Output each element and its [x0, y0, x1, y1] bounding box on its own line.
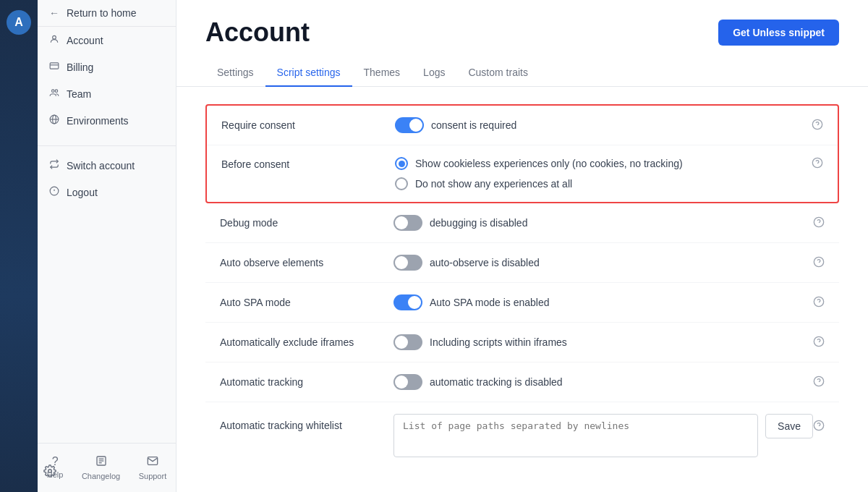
- exclude-iframes-text: Including scripts within iframes: [430, 336, 567, 348]
- get-snippet-button[interactable]: Get Unless snippet: [718, 20, 839, 46]
- tab-script-settings[interactable]: Script settings: [265, 59, 352, 87]
- changelog-label: Changelog: [82, 472, 120, 480]
- tracking-whitelist-control: Save: [393, 414, 813, 457]
- return-home-label: Return to home: [67, 7, 137, 19]
- support-label: Support: [139, 472, 167, 480]
- require-consent-help-icon[interactable]: [812, 119, 823, 132]
- auto-observe-text: auto-observe is disabled: [430, 257, 540, 268]
- tracking-whitelist-row: Automatic tracking whitelist Save: [205, 402, 839, 469]
- auto-spa-label: Auto SPA mode: [220, 297, 393, 308]
- tab-logs[interactable]: Logs: [412, 59, 456, 87]
- auto-spa-toggle[interactable]: [393, 294, 422, 310]
- sidebar: ← Return to home Account Billing Team: [38, 0, 176, 492]
- billing-icon: [49, 61, 59, 73]
- settings-content: Require consent consent is required Befo…: [176, 87, 868, 492]
- main-header: Account Get Unless snippet: [176, 0, 868, 59]
- app-logo[interactable]: A: [7, 10, 31, 35]
- support-icon: [147, 455, 158, 470]
- before-consent-control: Show cookieless experiences only (no coo…: [395, 157, 812, 190]
- environments-icon: [49, 114, 59, 127]
- svg-point-4: [55, 90, 58, 93]
- sidebar-switch-account[interactable]: Switch account: [38, 152, 176, 179]
- require-consent-label: Require consent: [221, 119, 395, 131]
- auto-observe-label: Auto observe elements: [220, 257, 393, 268]
- sidebar-environments-label: Environments: [67, 115, 129, 127]
- auto-observe-row: Auto observe elements auto-observe is di…: [205, 243, 839, 283]
- consent-section: Require consent consent is required Befo…: [205, 104, 839, 203]
- exclude-iframes-toggle[interactable]: [393, 334, 422, 350]
- tab-custom-traits[interactable]: Custom traits: [456, 59, 539, 87]
- exclude-iframes-row: Automatically exclude iframes Including …: [205, 323, 839, 362]
- exclude-iframes-label: Automatically exclude iframes: [220, 336, 393, 348]
- sidebar-item-environments[interactable]: Environments: [38, 107, 176, 134]
- auto-observe-control: auto-observe is disabled: [393, 255, 813, 271]
- auto-spa-help-icon[interactable]: [813, 296, 825, 310]
- svg-point-0: [53, 35, 56, 39]
- tabs-bar: Settings Script settings Themes Logs Cus…: [176, 59, 868, 87]
- auto-spa-control: Auto SPA mode is enabled: [393, 294, 813, 310]
- sidebar-logout[interactable]: Logout: [38, 179, 176, 205]
- debug-mode-text: debugging is disabled: [430, 217, 527, 229]
- debug-mode-label: Debug mode: [220, 217, 393, 229]
- auto-spa-text: Auto SPA mode is enabled: [430, 297, 550, 308]
- svg-point-3: [52, 90, 55, 93]
- account-icon: [49, 34, 59, 46]
- sidebar-return-home[interactable]: ← Return to home: [38, 0, 176, 27]
- sidebar-item-team[interactable]: Team: [38, 80, 176, 107]
- icon-rail: A: [0, 0, 38, 492]
- svg-rect-1: [50, 63, 59, 69]
- radio-cookieless-circle[interactable]: [395, 157, 408, 170]
- sidebar-nav: ← Return to home Account Billing Team: [38, 0, 176, 443]
- radio-no-experiences[interactable]: Do not show any experiences at all: [395, 177, 812, 190]
- require-consent-toggle[interactable]: [395, 117, 424, 133]
- tab-themes[interactable]: Themes: [352, 59, 412, 87]
- auto-observe-toggle[interactable]: [393, 255, 422, 271]
- page-title: Account: [205, 17, 310, 48]
- normal-settings: Debug mode debugging is disabled Auto ob…: [205, 203, 839, 469]
- auto-spa-row: Auto SPA mode Auto SPA mode is enabled: [205, 283, 839, 323]
- before-consent-help-icon[interactable]: [812, 157, 823, 171]
- radio-no-experiences-circle[interactable]: [395, 177, 408, 190]
- svg-point-14: [48, 470, 52, 473]
- auto-observe-help-icon[interactable]: [813, 256, 825, 270]
- tracking-whitelist-label: Automatic tracking whitelist: [220, 414, 393, 431]
- sidebar-footer: ? Help Changelog Support: [38, 443, 176, 492]
- settings-cog[interactable]: [43, 465, 56, 480]
- auto-tracking-toggle[interactable]: [393, 374, 422, 390]
- tracking-whitelist-help-icon[interactable]: [813, 414, 825, 433]
- sidebar-item-billing[interactable]: Billing: [38, 54, 176, 80]
- radio-cookieless[interactable]: Show cookieless experiences only (no coo…: [395, 157, 812, 170]
- radio-cookieless-label: Show cookieless experiences only (no coo…: [415, 158, 683, 169]
- sidebar-billing-label: Billing: [67, 62, 93, 73]
- debug-mode-row: Debug mode debugging is disabled: [205, 203, 839, 243]
- logout-label: Logout: [67, 187, 98, 198]
- team-icon: [49, 88, 59, 100]
- before-consent-row: Before consent Show cookieless experienc…: [207, 145, 838, 202]
- debug-mode-help-icon[interactable]: [813, 216, 825, 230]
- sidebar-support[interactable]: Support: [132, 449, 174, 486]
- save-whitelist-button[interactable]: Save: [765, 414, 813, 438]
- auto-tracking-text: automatic tracking is disabled: [430, 376, 563, 388]
- switch-account-icon: [49, 159, 59, 171]
- debug-mode-control: debugging is disabled: [393, 215, 813, 231]
- sidebar-changelog[interactable]: Changelog: [75, 449, 127, 486]
- tracking-whitelist-textarea[interactable]: [393, 414, 758, 457]
- changelog-icon: [95, 455, 107, 470]
- exclude-iframes-control: Including scripts within iframes: [393, 334, 813, 350]
- auto-tracking-row: Automatic tracking automatic tracking is…: [205, 362, 839, 402]
- tab-settings[interactable]: Settings: [205, 59, 265, 87]
- require-consent-text: consent is required: [431, 119, 516, 131]
- require-consent-control: consent is required: [395, 117, 812, 133]
- auto-tracking-label: Automatic tracking: [220, 376, 393, 388]
- before-consent-label: Before consent: [221, 157, 395, 170]
- exclude-iframes-help-icon[interactable]: [813, 336, 825, 349]
- auto-tracking-help-icon[interactable]: [813, 376, 825, 389]
- switch-account-label: Switch account: [67, 160, 135, 171]
- arrow-left-icon: ←: [49, 7, 59, 19]
- sidebar-team-label: Team: [67, 88, 91, 100]
- sidebar-item-account[interactable]: Account: [38, 27, 176, 54]
- logout-icon: [49, 186, 59, 198]
- radio-no-experiences-label: Do not show any experiences at all: [415, 178, 572, 190]
- auto-tracking-control: automatic tracking is disabled: [393, 374, 813, 390]
- debug-mode-toggle[interactable]: [393, 215, 422, 231]
